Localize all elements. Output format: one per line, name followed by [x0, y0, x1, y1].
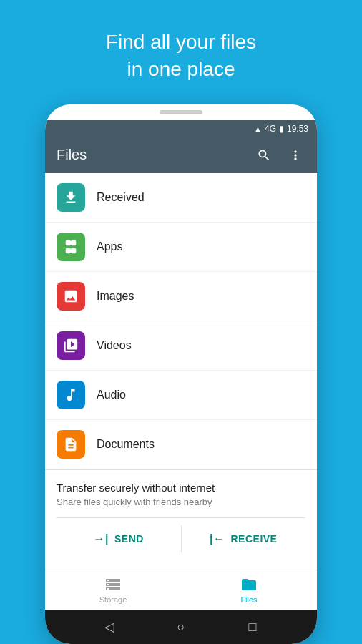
time-label: 19:53: [287, 124, 308, 134]
nav-storage[interactable]: Storage: [45, 570, 181, 610]
status-bar: ▲ 4G ▮ 19:53: [45, 120, 317, 137]
system-nav: ◁ ○ □: [45, 610, 317, 644]
battery-icon: ▮: [279, 124, 284, 134]
file-item-videos[interactable]: Videos: [45, 321, 317, 371]
transfer-buttons: →| SEND |← RECEIVE: [57, 517, 305, 552]
received-file-icon: [63, 190, 79, 205]
status-icons: ▲ 4G ▮ 19:53: [254, 124, 308, 134]
nav-files[interactable]: Files: [181, 570, 317, 610]
file-list: Received Apps Images: [45, 173, 317, 570]
search-button[interactable]: [254, 145, 274, 165]
videos-icon: [57, 331, 85, 360]
file-item-received[interactable]: Received: [45, 173, 317, 223]
documents-label: Documents: [97, 438, 155, 451]
back-button[interactable]: ◁: [97, 614, 122, 640]
images-icon: [57, 282, 85, 311]
signal-icon: ▲: [254, 125, 262, 133]
page-headline: Find all your files in one place: [106, 29, 256, 83]
audio-file-icon: [63, 387, 79, 403]
documents-icon: [57, 430, 85, 459]
send-label: SEND: [114, 533, 144, 545]
files-nav-icon: [240, 576, 258, 593]
recents-button[interactable]: □: [240, 614, 265, 640]
apps-label: Apps: [97, 240, 122, 253]
app-bar-actions: [254, 145, 305, 165]
search-icon: [257, 148, 271, 162]
storage-nav-label: Storage: [99, 595, 127, 604]
send-arrow-icon: →|: [94, 532, 109, 545]
receive-button[interactable]: |← RECEIVE: [181, 525, 306, 552]
documents-file-icon: [63, 436, 79, 452]
apps-file-icon: [63, 239, 79, 255]
phone-frame: ▲ 4G ▮ 19:53 Files: [45, 104, 317, 644]
receive-arrow-icon: |←: [210, 532, 225, 545]
receive-label: RECEIVE: [231, 533, 278, 545]
phone-speaker: [160, 110, 202, 114]
received-icon: [57, 183, 85, 212]
videos-file-icon: [63, 338, 79, 353]
bottom-nav: Storage Files: [45, 570, 317, 610]
apps-icon: [57, 233, 85, 261]
received-label: Received: [97, 191, 145, 204]
videos-label: Videos: [97, 339, 132, 352]
audio-icon: [57, 381, 85, 409]
images-label: Images: [97, 290, 134, 303]
phone-top-bar: [45, 104, 317, 120]
file-item-audio[interactable]: Audio: [45, 371, 317, 420]
more-options-button[interactable]: [285, 145, 305, 165]
storage-nav-icon: [104, 576, 122, 593]
transfer-title: Transfer securely without internet: [57, 482, 305, 494]
transfer-subtitle: Share files quickly with friends nearby: [57, 497, 305, 507]
network-label: 4G: [265, 124, 276, 134]
app-bar: Files: [45, 137, 317, 173]
audio-label: Audio: [97, 389, 126, 401]
images-file-icon: [63, 288, 79, 304]
file-item-documents[interactable]: Documents: [45, 420, 317, 469]
home-button[interactable]: ○: [168, 614, 194, 640]
files-nav-label: Files: [240, 595, 257, 604]
app-title: Files: [57, 147, 87, 163]
file-item-apps[interactable]: Apps: [45, 223, 317, 272]
transfer-section: Transfer securely without internet Share…: [45, 469, 317, 564]
send-button[interactable]: →| SEND: [57, 525, 181, 552]
more-vert-icon: [288, 148, 303, 162]
file-item-images[interactable]: Images: [45, 272, 317, 321]
